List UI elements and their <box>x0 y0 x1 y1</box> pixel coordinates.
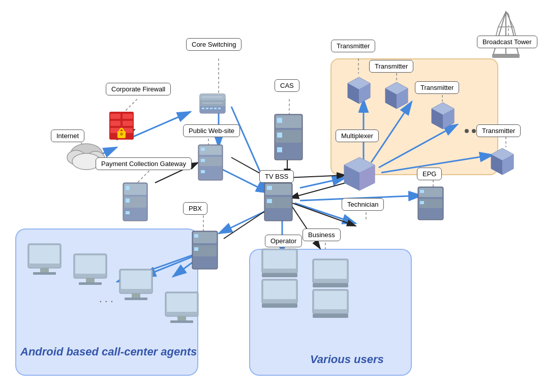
public-website-server <box>198 145 223 180</box>
laptop-operator <box>262 279 297 308</box>
svg-rect-111 <box>420 190 424 193</box>
laptop-technician <box>313 259 348 287</box>
label-android-agents: Android based call-center agents <box>20 345 197 358</box>
svg-rect-66 <box>206 108 208 109</box>
svg-rect-94 <box>265 210 291 219</box>
svg-line-21 <box>132 112 191 137</box>
pbx-server <box>192 231 218 269</box>
diagram-container: . . . Core Switching Corporate Firewal <box>0 0 544 392</box>
label-various-users: Various users <box>310 353 384 366</box>
computer-2 <box>74 254 107 285</box>
core-switch-icon <box>200 94 225 113</box>
svg-rect-157 <box>167 293 197 312</box>
svg-rect-166 <box>262 304 297 308</box>
cas-server <box>275 114 303 160</box>
svg-rect-65 <box>202 108 204 109</box>
svg-point-129 <box>465 129 469 133</box>
svg-rect-74 <box>201 148 205 151</box>
transmitter-cube-4 <box>491 148 513 175</box>
internet-icon <box>67 144 105 170</box>
svg-rect-69 <box>218 108 221 109</box>
svg-rect-83 <box>126 211 130 214</box>
svg-rect-150 <box>86 278 95 282</box>
svg-rect-155 <box>125 298 147 300</box>
svg-rect-110 <box>419 210 442 218</box>
svg-rect-172 <box>313 314 348 318</box>
svg-rect-163 <box>262 273 297 277</box>
svg-rect-62 <box>200 106 225 113</box>
svg-rect-158 <box>177 316 186 320</box>
transmitter-cube-2 <box>385 82 408 109</box>
computer-1 <box>28 244 61 275</box>
svg-rect-165 <box>263 281 296 299</box>
svg-rect-102 <box>194 247 198 251</box>
svg-rect-76 <box>201 170 205 173</box>
svg-rect-154 <box>132 293 140 298</box>
svg-point-130 <box>472 129 476 133</box>
svg-rect-162 <box>263 250 296 269</box>
svg-line-38 <box>155 162 198 183</box>
svg-point-131 <box>479 129 483 133</box>
multiplexer-icon <box>344 157 375 190</box>
svg-rect-81 <box>126 186 130 190</box>
svg-rect-54 <box>123 121 133 126</box>
laptop-4 <box>313 289 348 318</box>
svg-rect-52 <box>123 114 133 119</box>
svg-rect-153 <box>121 271 151 289</box>
svg-line-41 <box>287 175 346 178</box>
laptop-business <box>262 249 297 277</box>
svg-line-42 <box>290 183 346 198</box>
svg-line-44 <box>292 203 356 226</box>
svg-line-24 <box>219 168 269 193</box>
svg-line-25 <box>300 178 346 188</box>
svg-rect-159 <box>170 320 193 323</box>
svg-rect-96 <box>267 199 272 203</box>
svg-rect-169 <box>313 283 348 287</box>
svg-rect-100 <box>193 258 217 268</box>
svg-rect-51 <box>110 114 120 119</box>
svg-rect-67 <box>210 108 213 109</box>
svg-line-22 <box>231 107 269 193</box>
firewall-icon <box>109 112 134 140</box>
svg-rect-95 <box>267 186 272 190</box>
svg-rect-68 <box>214 108 217 109</box>
svg-rect-146 <box>40 268 49 272</box>
svg-rect-143 <box>492 54 520 58</box>
svg-line-139 <box>496 27 498 37</box>
svg-rect-53 <box>110 121 120 126</box>
tv-bss-server <box>264 183 292 221</box>
svg-line-32 <box>295 203 356 223</box>
transmitter-cube-3 <box>432 103 454 129</box>
svg-rect-101 <box>194 234 198 238</box>
svg-rect-75 <box>201 159 205 162</box>
svg-text:. . .: . . . <box>99 293 113 304</box>
computer-4 <box>165 292 198 323</box>
svg-line-138 <box>506 12 513 27</box>
svg-rect-90 <box>277 147 282 152</box>
payment-gateway-server <box>123 183 147 221</box>
svg-rect-151 <box>79 282 102 285</box>
svg-rect-145 <box>29 245 59 264</box>
svg-line-33 <box>300 195 422 201</box>
svg-point-49 <box>72 153 101 170</box>
svg-line-28 <box>379 124 458 168</box>
svg-rect-88 <box>277 118 282 123</box>
svg-rect-82 <box>126 199 130 203</box>
svg-rect-147 <box>33 272 56 275</box>
svg-line-39 <box>231 157 277 183</box>
svg-line-13 <box>137 168 153 183</box>
svg-rect-112 <box>420 201 424 204</box>
svg-rect-171 <box>314 291 347 309</box>
svg-rect-168 <box>314 260 347 279</box>
svg-rect-149 <box>75 255 105 274</box>
broadcast-tower-icon <box>492 12 520 58</box>
svg-point-58 <box>120 133 123 136</box>
svg-rect-89 <box>277 133 282 138</box>
transmitter-cube-1 <box>348 77 370 104</box>
epg-server <box>418 187 443 220</box>
computer-3 <box>119 269 153 300</box>
